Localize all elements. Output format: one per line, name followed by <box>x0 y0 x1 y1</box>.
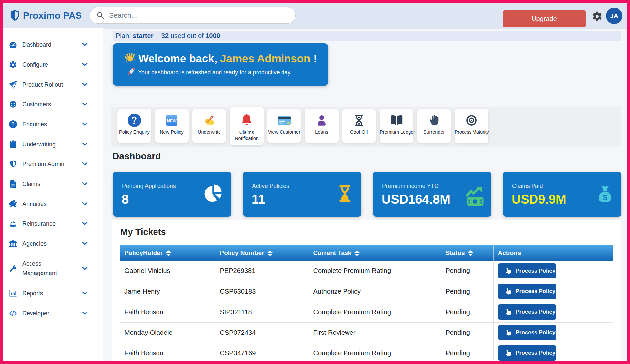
svg-text:NEW: NEW <box>167 119 176 123</box>
svg-text:$: $ <box>603 193 607 202</box>
